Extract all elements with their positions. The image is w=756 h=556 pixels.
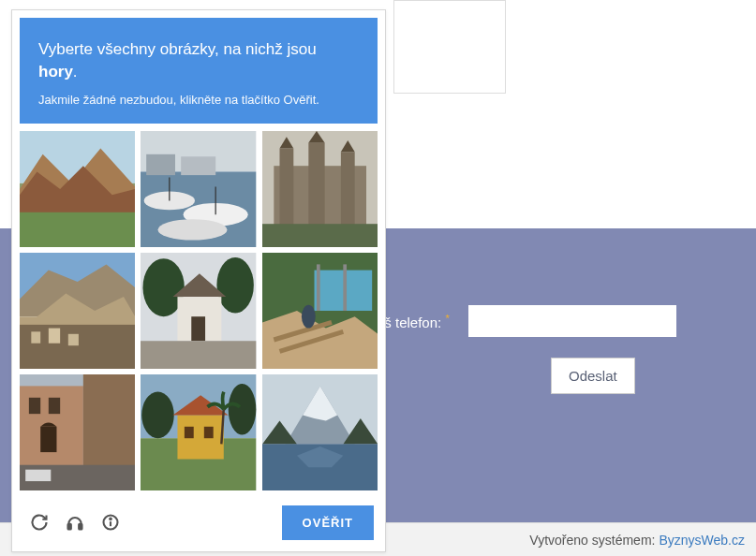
captcha-tile-3[interactable] [262, 131, 378, 247]
recaptcha-challenge: Vyberte všechny obrázky, na nichž jsou h… [11, 9, 386, 552]
svg-rect-29 [68, 333, 79, 344]
captcha-tile-2[interactable] [141, 131, 256, 247]
footer-text: Vytvořeno systémem: [529, 533, 655, 548]
svg-rect-36 [141, 341, 256, 369]
svg-rect-40 [343, 264, 347, 311]
svg-rect-20 [341, 152, 355, 229]
svg-rect-4 [20, 212, 135, 246]
captcha-tile-4[interactable] [20, 253, 135, 369]
reload-icon[interactable] [29, 512, 50, 533]
message-textarea[interactable] [393, 0, 506, 94]
svg-rect-8 [181, 156, 215, 175]
captcha-tile-6[interactable] [262, 253, 378, 369]
svg-rect-18 [308, 142, 324, 229]
svg-point-56 [229, 384, 257, 435]
captcha-header: Vyberte všechny obrázky, na nichž jsou h… [20, 18, 378, 124]
svg-rect-16 [279, 148, 293, 229]
captcha-tile-5[interactable] [141, 253, 256, 369]
verify-button[interactable]: OVĚŘIT [282, 505, 374, 540]
captcha-footer: OVĚŘIT [20, 498, 378, 544]
svg-rect-26 [20, 324, 135, 368]
svg-rect-47 [29, 397, 40, 413]
captcha-tile-7[interactable] [20, 374, 135, 490]
phone-label: áš telefon: * [377, 313, 450, 330]
svg-rect-27 [31, 331, 40, 343]
svg-point-55 [142, 391, 175, 438]
svg-rect-69 [68, 524, 71, 530]
svg-rect-49 [40, 426, 56, 451]
captcha-tile-8[interactable] [141, 374, 256, 490]
svg-rect-35 [192, 316, 206, 341]
svg-rect-50 [83, 374, 135, 467]
captcha-grid [20, 131, 378, 490]
svg-point-11 [158, 219, 228, 240]
svg-rect-59 [185, 426, 194, 437]
submit-button[interactable]: Odeslat [551, 358, 635, 394]
required-star: * [445, 313, 449, 324]
svg-rect-57 [178, 415, 224, 459]
svg-point-44 [302, 304, 316, 328]
svg-rect-22 [262, 224, 378, 247]
svg-rect-70 [79, 524, 82, 530]
svg-rect-28 [49, 328, 60, 343]
svg-point-32 [217, 257, 254, 314]
svg-rect-7 [146, 154, 175, 174]
captcha-instruction: Vyberte všechny obrázky, na nichž jsou h… [38, 38, 359, 83]
svg-rect-48 [49, 397, 60, 413]
audio-icon[interactable] [65, 512, 85, 533]
captcha-tile-9[interactable] [262, 374, 378, 490]
footer-link[interactable]: ByznysWeb.cz [659, 533, 745, 548]
captcha-tile-1[interactable] [20, 131, 135, 247]
phone-input[interactable] [468, 305, 676, 337]
svg-rect-39 [317, 264, 320, 311]
captcha-subtext: Jakmile žádné nezbudou, klikněte na tlač… [38, 93, 359, 107]
svg-point-73 [110, 519, 111, 520]
info-icon[interactable] [100, 512, 121, 533]
svg-rect-60 [204, 426, 214, 437]
svg-rect-52 [25, 469, 51, 480]
